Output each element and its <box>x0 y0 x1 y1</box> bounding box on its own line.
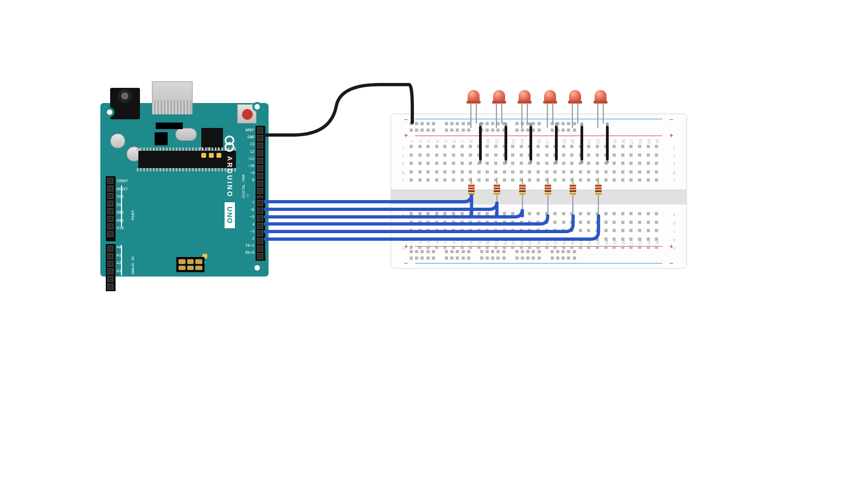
small-ic <box>155 132 168 145</box>
power-section-bracket <box>121 185 123 227</box>
resistor-220-ohm <box>598 178 599 214</box>
resistor-220-ohm <box>572 178 573 214</box>
wiring-diagram: TX RX L ON IOREF RESET 3V3 5V GND GND VI… <box>0 0 868 488</box>
mounting-hole-icon <box>105 107 114 117</box>
resistor-220-ohm <box>547 178 548 214</box>
breadboard-row-letters: jihgf <box>402 144 404 184</box>
model-name: UNO <box>225 202 235 228</box>
breadboard-row-letters: edcba <box>673 212 675 252</box>
digital-pin-header-top <box>256 126 265 203</box>
breadboard-rail-top: – – + + <box>401 118 676 137</box>
jumper-wire-gnd <box>555 126 558 160</box>
atmega16u2-chip <box>201 128 223 150</box>
rail-holes <box>410 250 584 253</box>
dc-barrel-jack <box>110 88 140 119</box>
small-ic <box>156 123 183 129</box>
rx-label: RX <box>207 146 211 150</box>
breadboard-row-letters: edcba <box>402 212 404 252</box>
digital-pin-header-bottom <box>256 198 265 261</box>
led-red <box>569 90 581 102</box>
breadboard-column-numbers: 1234567891011121314151617181920212223242… <box>410 240 661 245</box>
jumper-wire-gnd <box>529 126 532 160</box>
mounting-hole-icon <box>252 102 262 112</box>
atmega328p-chip <box>138 151 236 168</box>
led-red <box>595 90 607 102</box>
arduino-uno-board: TX RX L ON IOREF RESET 3V3 5V GND GND VI… <box>100 103 269 277</box>
status-led-l <box>216 153 221 158</box>
jumper-wire-gnd <box>505 126 507 160</box>
tx-label: TX <box>200 146 203 150</box>
icsp-header <box>176 257 205 272</box>
resistor-220-ohm <box>496 178 497 214</box>
analog-section-bracket <box>121 245 123 275</box>
power-pin-header <box>106 176 116 241</box>
jumper-wire-gnd <box>580 126 583 160</box>
rail-holes <box>410 256 584 260</box>
led-red <box>468 90 480 102</box>
analog-section-label: ANALOG IN <box>131 256 135 274</box>
rail-minus-sign: – <box>404 115 408 123</box>
digital-section-label: DIGITAL (PWM ~) <box>241 171 249 198</box>
usb-b-port <box>152 81 193 114</box>
capacitor-icon <box>110 133 125 149</box>
power-section-label: POWER <box>131 210 135 220</box>
mounting-hole-icon <box>252 263 262 273</box>
crystal-oscillator-icon <box>175 128 197 141</box>
l-label: L <box>218 146 220 150</box>
jumper-wire-gnd <box>606 126 609 160</box>
board-branding: ARDUINO UNO <box>225 136 235 228</box>
rail-plus-sign: + <box>404 132 408 139</box>
resistor-220-ohm <box>522 178 523 214</box>
analog-pin-header <box>106 244 116 291</box>
status-led-tx <box>201 153 206 158</box>
breadboard-terminal-strip-bottom <box>410 212 661 252</box>
arduino-logo-icon <box>225 136 235 152</box>
breadboard-column-numbers: 1234567891011121314151617181920212223242… <box>410 139 661 144</box>
led-red <box>493 90 505 102</box>
brand-name: ARDUINO <box>226 156 234 198</box>
led-red <box>544 90 556 102</box>
status-led-rx <box>209 153 214 158</box>
led-red <box>519 90 531 102</box>
digital-pin-labels-bottom: 7 ~6 ~5 4 ~3 2 TX→1 RX←0 <box>245 201 254 255</box>
breadboard: – – + + + + – – 123456789101112131415161… <box>391 114 687 268</box>
resistor-220-ohm <box>471 178 472 214</box>
jumper-wire-gnd <box>479 126 482 160</box>
breadboard-row-letters: jihgf <box>673 144 675 184</box>
breadboard-terminal-strip-top <box>410 145 661 184</box>
breadboard-center-gutter <box>391 189 686 204</box>
